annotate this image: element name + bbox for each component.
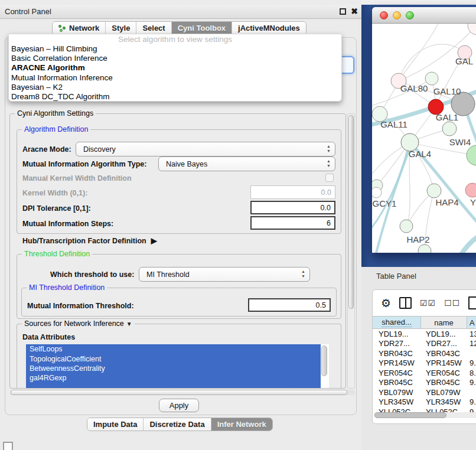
- data-attributes-list[interactable]: SelfLoops TopologicalCoefficient Between…: [26, 344, 329, 388]
- gear-icon[interactable]: ⚙: [381, 296, 391, 310]
- panel-dock-icon[interactable]: [3, 442, 13, 450]
- split-columns-icon[interactable]: [399, 297, 412, 309]
- algo-item-mutual-information[interactable]: Mutual Information Inference: [9, 73, 341, 83]
- network-view-window[interactable]: GAL GAL80 GAL10 GAL1 GAL11 GAL4 SWI4 GCY…: [372, 7, 476, 253]
- list-item-topologicalcoefficient[interactable]: TopologicalCoefficient: [26, 354, 321, 363]
- kernel-width-field[interactable]: 0.0: [250, 185, 335, 199]
- apply-button[interactable]: Apply: [159, 399, 199, 412]
- checked-boxes-icon[interactable]: ☑☑: [420, 298, 436, 308]
- unchecked-boxes-icon[interactable]: ☐☐: [444, 298, 460, 308]
- algorithm-definition-title: Algorithm Definition: [22, 125, 90, 133]
- node-hap4[interactable]: [427, 184, 441, 198]
- spinner-arrows-icon: ▲▼: [301, 269, 305, 279]
- algo-item-dream8[interactable]: Dream8 DC_TDC Algorithm: [9, 92, 341, 102]
- float-window-icon[interactable]: [340, 8, 346, 15]
- table-horizontal-scrollbar[interactable]: [374, 412, 476, 418]
- mi-steps-field[interactable]: 6: [250, 216, 335, 230]
- sources-group-title[interactable]: Sources for Network Inference▼: [22, 319, 135, 328]
- tab-infer-network[interactable]: Infer Network: [211, 418, 272, 431]
- manual-kernel-width-checkbox[interactable]: [325, 174, 334, 182]
- algorithm-placeholder: Select algorithm to view settings: [9, 34, 341, 44]
- close-icon[interactable]: ✖: [351, 7, 358, 15]
- table-row[interactable]: YDL19...YDL19...13: [373, 329, 476, 339]
- which-threshold-combobox[interactable]: MI Threshold ▲▼: [139, 267, 310, 282]
- mi-steps-label: Mutual Information Steps:: [22, 220, 113, 228]
- table-row[interactable]: YDR27...YDR27...12: [373, 339, 476, 349]
- tab-impute-data[interactable]: Impute Data: [87, 418, 144, 431]
- aracne-mode-label: Aracne Mode:: [22, 145, 71, 154]
- node-hap2[interactable]: [400, 220, 413, 233]
- table-row[interactable]: YPR145WYPR145W9.: [373, 358, 476, 369]
- node-gal1[interactable]: [442, 122, 457, 136]
- label-gal-cut: GAL: [455, 56, 473, 66]
- window-controls: ✖: [340, 7, 358, 15]
- mi-threshold-field[interactable]: 0.5: [248, 298, 331, 312]
- close-traffic-light-icon[interactable]: [380, 11, 388, 19]
- top-strip: [361, 0, 476, 5]
- attributes-list-scrollbar[interactable]: [321, 345, 327, 376]
- node-unlabeled-left[interactable]: [372, 187, 382, 198]
- column-header-shared-name[interactable]: shared...: [373, 317, 421, 328]
- tab-network[interactable]: Network: [53, 22, 106, 34]
- settings-horizontal-scrollbar[interactable]: [10, 390, 355, 395]
- dpi-tolerance-field[interactable]: 0.0: [250, 201, 335, 214]
- table-row[interactable]: YLR345WYLR345W9.: [373, 397, 476, 407]
- zoom-traffic-light-icon[interactable]: [406, 11, 414, 19]
- algo-item-bayesian-k2[interactable]: Bayesian – K2: [9, 83, 341, 92]
- control-panel-titlebar[interactable]: Control Panel ✖: [0, 5, 361, 19]
- table-row[interactable]: YBR045CYBR045C9.: [373, 378, 476, 388]
- tab-cyni-toolbox[interactable]: Cyni Toolbox: [172, 22, 232, 34]
- window-title: Control Panel: [0, 7, 51, 16]
- label-swi4: SWI4: [449, 137, 471, 147]
- tab-select[interactable]: Select: [136, 22, 171, 34]
- table-row[interactable]: YER054CYER054C8.: [373, 368, 476, 378]
- list-item-selfloops[interactable]: SelfLoops: [26, 344, 321, 354]
- label-gal80: GAL80: [400, 83, 428, 93]
- mi-algorithm-type-combobox[interactable]: Naive Bayes ▲▼: [158, 156, 335, 171]
- table-row[interactable]: YBR043CYBR043C: [373, 348, 476, 358]
- control-panel-window: Control Panel ✖ Network Style Select Cyn…: [0, 0, 361, 450]
- data-attributes-label: Data Attributes: [22, 333, 75, 341]
- settings-vscroll-thumb[interactable]: [348, 115, 354, 309]
- algo-item-basic-correlation[interactable]: Basic Correlation Inference: [9, 54, 341, 63]
- network-canvas[interactable]: GAL GAL80 GAL10 GAL1 GAL11 GAL4 SWI4 GCY…: [372, 24, 476, 253]
- algo-item-bayesian-hill-climbing[interactable]: Bayesian – Hill Climbing: [9, 44, 341, 54]
- network-window-titlebar[interactable]: [372, 7, 476, 24]
- expand-arrow-icon[interactable]: ▶: [151, 236, 157, 245]
- document-icon[interactable]: [468, 296, 476, 309]
- list-item-gal4rgexp[interactable]: gal4RGexp: [26, 373, 321, 383]
- bottom-tabbar: Impute Data Discretize Data Infer Networ…: [87, 418, 273, 431]
- algo-item-aracne[interactable]: ARACNE Algorithm: [9, 63, 341, 73]
- mi-threshold-definition-title: MI Threshold Definition: [27, 283, 107, 292]
- list-item-partial[interactable]: [26, 383, 321, 388]
- spinner-arrows-icon: ▲▼: [327, 159, 331, 168]
- spinner-arrows-icon: ▲▼: [327, 144, 331, 154]
- table-hscroll-thumb[interactable]: [374, 412, 446, 418]
- node-swi4[interactable]: [467, 145, 476, 165]
- node-unlabeled-bottom[interactable]: [418, 244, 431, 253]
- minimize-traffic-light-icon[interactable]: [393, 11, 401, 19]
- tab-style[interactable]: Style: [106, 22, 136, 34]
- column-header-name[interactable]: name: [421, 317, 467, 328]
- hub-transcription-expander[interactable]: Hub/Transcription Factor Definition▶: [22, 236, 157, 245]
- settings-vertical-scrollbar[interactable]: [347, 113, 355, 389]
- collapse-arrow-icon[interactable]: ▼: [126, 321, 132, 327]
- tab-jactivemnodules[interactable]: jActiveMNodules: [232, 22, 306, 34]
- column-header-cut[interactable]: A: [467, 317, 476, 328]
- settings-hscroll-thumb[interactable]: [11, 390, 347, 395]
- table-row[interactable]: YBL079WYBL079W: [373, 387, 476, 397]
- aracne-mode-combobox[interactable]: Discovery ▲▼: [76, 142, 335, 156]
- network-graph: GAL GAL80 GAL10 GAL1 GAL11 GAL4 SWI4 GCY…: [372, 24, 476, 253]
- desktop-background: GAL GAL80 GAL10 GAL1 GAL11 GAL4 SWI4 GCY…: [361, 5, 476, 267]
- threshold-definition-title: Threshold Definition: [22, 250, 92, 258]
- right-region: GAL GAL80 GAL10 GAL1 GAL11 GAL4 SWI4 GCY…: [361, 0, 476, 450]
- label-hap4: HAP4: [435, 197, 458, 207]
- list-item-betweennesscentrality[interactable]: BetweennessCentrality: [26, 364, 321, 373]
- tab-discretize-data[interactable]: Discretize Data: [144, 418, 211, 431]
- table-panel: ⚙ ☑☑ ☐☐ shared... name A YDL19...YDL19..…: [372, 289, 476, 424]
- node-y-cut[interactable]: [465, 183, 476, 197]
- table-toolbar: ⚙ ☑☑ ☐☐: [373, 290, 476, 316]
- table-panel-title: Table Panel: [376, 272, 416, 281]
- control-panel-tabbar: Network Style Select Cyni Toolbox jActiv…: [52, 21, 307, 35]
- algorithm-dropdown-popup: Select algorithm to view settings Bayesi…: [8, 34, 342, 102]
